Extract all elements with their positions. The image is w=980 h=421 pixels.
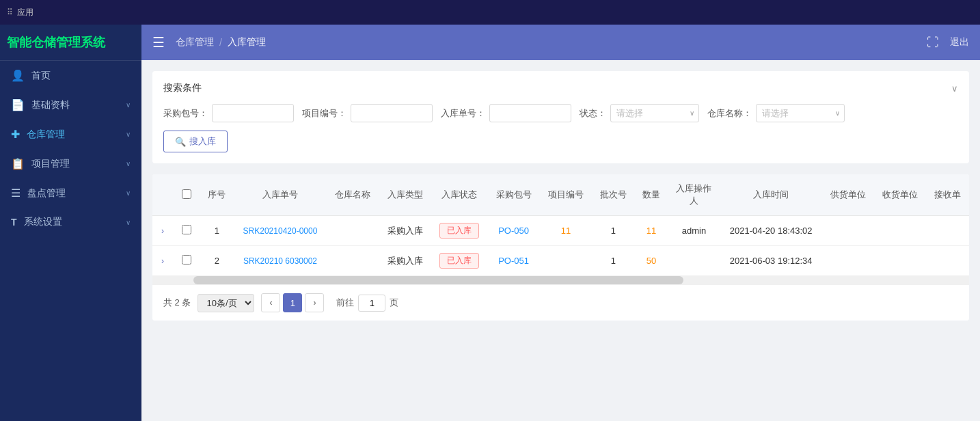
warehouse-field: 仓库名称： 请选择 ∨ bbox=[707, 104, 845, 122]
col-receipt-no: 入库单号 bbox=[234, 174, 327, 216]
row-status-1: 已入库 bbox=[431, 246, 488, 276]
col-qty: 数量 bbox=[635, 174, 668, 216]
expand-btn-1[interactable]: › bbox=[161, 256, 164, 266]
row-check-1[interactable] bbox=[182, 255, 191, 264]
goto-input[interactable] bbox=[358, 295, 385, 312]
table-row: › 2 SRK20210 6030002 采购入库 已入库 PO-051 1 5… bbox=[152, 246, 969, 276]
purchase-no-label: 采购包号： bbox=[163, 107, 208, 120]
data-table: 序号 入库单号 仓库名称 入库类型 入库状态 采购包号 项目编号 批次号 数量 … bbox=[152, 174, 969, 276]
row-batch-no-0: 1 bbox=[592, 216, 635, 246]
menu-toggle-icon[interactable]: ☰ bbox=[152, 34, 165, 51]
table-scrollbar[interactable] bbox=[152, 276, 969, 284]
status-select-wrapper[interactable]: 请选择 ∨ bbox=[610, 104, 699, 122]
col-checkbox bbox=[173, 174, 200, 216]
sidebar-item-project[interactable]: 📋 项目管理 ∨ bbox=[0, 149, 141, 178]
purchase-no-input[interactable] bbox=[212, 104, 294, 122]
warehouse-icon: ✚ bbox=[11, 128, 20, 141]
search-title: 搜索条件 bbox=[163, 82, 202, 94]
goto-prefix: 前往 bbox=[336, 297, 354, 309]
row-check-0[interactable] bbox=[182, 225, 191, 234]
status-select[interactable]: 请选择 bbox=[611, 105, 685, 122]
row-type-1: 采购入库 bbox=[379, 246, 431, 276]
breadcrumb: 仓库管理 / 入库管理 bbox=[176, 36, 266, 49]
settings-icon: T bbox=[11, 217, 17, 228]
search-magnifier-icon: 🔍 bbox=[175, 137, 186, 147]
row-checkbox-1 bbox=[173, 246, 200, 276]
select-all-checkbox[interactable] bbox=[182, 189, 191, 199]
search-title-row: 搜索条件 ∨ bbox=[163, 82, 958, 94]
col-batch-no: 批次号 bbox=[592, 174, 635, 216]
grid-icon: ⠿ bbox=[7, 8, 13, 17]
status-select-arrow-icon: ∨ bbox=[685, 109, 698, 117]
row-type-0: 采购入库 bbox=[379, 216, 431, 246]
project-no-field: 项目编号： bbox=[302, 104, 433, 122]
row-warehouse-0 bbox=[327, 216, 379, 246]
project-icon: 📋 bbox=[11, 157, 25, 170]
home-icon: 👤 bbox=[11, 69, 25, 82]
search-button[interactable]: 🔍 搜入库 bbox=[163, 131, 228, 152]
col-index: 序号 bbox=[200, 174, 234, 216]
col-supplier: 供货单位 bbox=[822, 174, 874, 216]
page-size-select[interactable]: 10条/页 20条/页 50条/页 bbox=[198, 294, 254, 312]
col-warehouse: 仓库名称 bbox=[327, 174, 379, 216]
breadcrumb-current: 入库管理 bbox=[228, 36, 266, 49]
sidebar-item-settings[interactable]: T 系统设置 ∨ bbox=[0, 208, 141, 236]
col-purchase-no: 采购包号 bbox=[487, 174, 539, 216]
sidebar-item-home[interactable]: 👤 首页 bbox=[0, 61, 141, 90]
row-purchase-no-1: PO-051 bbox=[487, 246, 539, 276]
pagination-bar: 共 2 条 10条/页 20条/页 50条/页 ‹ 1 › 前往 页 bbox=[152, 284, 969, 321]
expand-btn-0[interactable]: › bbox=[161, 226, 164, 236]
row-project-no-0: 11 bbox=[540, 216, 592, 246]
row-expand-0[interactable]: › bbox=[152, 216, 173, 246]
row-expand-1[interactable]: › bbox=[152, 246, 173, 276]
table-section: 序号 入库单号 仓库名称 入库类型 入库状态 采购包号 项目编号 批次号 数量 … bbox=[152, 174, 969, 321]
content-area: ☰ 仓库管理 / 入库管理 ⛶ 退出 搜索条件 ∨ 采购包号： bbox=[141, 25, 980, 421]
purchase-no-field: 采购包号： bbox=[163, 104, 294, 122]
col-operator: 入库操作人 bbox=[668, 174, 720, 216]
row-in-time-0: 2021-04-20 18:43:02 bbox=[720, 216, 822, 246]
row-purchase-no-0: PO-050 bbox=[487, 216, 539, 246]
receipt-no-label: 入库单号： bbox=[441, 107, 485, 120]
settings-arrow-icon: ∨ bbox=[126, 219, 131, 226]
row-receiver-1 bbox=[874, 246, 926, 276]
top-bar-label: 应用 bbox=[17, 7, 33, 18]
page-goto: 前往 页 bbox=[336, 295, 398, 312]
row-receipt-no-1: SRK20210 6030002 bbox=[234, 246, 327, 276]
col-in-time: 入库时间 bbox=[720, 174, 822, 216]
col-receipt-doc: 接收单 bbox=[926, 174, 969, 216]
table-scrollbar-thumb bbox=[193, 276, 683, 284]
receipt-no-input[interactable] bbox=[489, 104, 571, 122]
sidebar-logo: 智能仓储管理系统 bbox=[0, 25, 141, 61]
sidebar: 智能仓储管理系统 👤 首页 📄 基础资料 ∨ ✚ 仓库管理 ∨ 📋 项目管理 ∨ bbox=[0, 25, 141, 421]
page-content: 搜索条件 ∨ 采购包号： 项目编号： 入库单号： bbox=[141, 60, 980, 421]
prev-page-button[interactable]: ‹ bbox=[261, 293, 280, 312]
row-index-0: 1 bbox=[200, 216, 234, 246]
row-qty-0: 11 bbox=[635, 216, 668, 246]
col-type: 入库类型 bbox=[379, 174, 431, 216]
project-no-input[interactable] bbox=[351, 104, 433, 122]
warehouse-select-arrow-icon: ∨ bbox=[831, 109, 844, 117]
row-batch-no-1: 1 bbox=[592, 246, 635, 276]
col-status: 入库状态 bbox=[431, 174, 488, 216]
search-section: 搜索条件 ∨ 采购包号： 项目编号： 入库单号： bbox=[152, 71, 969, 163]
goto-suffix: 页 bbox=[390, 297, 398, 309]
sidebar-item-inventory[interactable]: ☰ 盘点管理 ∨ bbox=[0, 178, 141, 208]
logout-button[interactable]: 退出 bbox=[950, 36, 969, 49]
sidebar-item-basic[interactable]: 📄 基础资料 ∨ bbox=[0, 90, 141, 120]
table-body: › 1 SRK20210420-0000 采购入库 已入库 PO-050 11 … bbox=[152, 216, 969, 276]
col-project-no: 项目编号 bbox=[540, 174, 592, 216]
table-row: › 1 SRK20210420-0000 采购入库 已入库 PO-050 11 … bbox=[152, 216, 969, 246]
collapse-icon[interactable]: ∨ bbox=[951, 83, 958, 94]
warehouse-select-wrapper[interactable]: 请选择 ∨ bbox=[756, 104, 845, 122]
row-checkbox-0 bbox=[173, 216, 200, 246]
header-right: ⛶ 退出 bbox=[927, 36, 969, 50]
fullscreen-button[interactable]: ⛶ bbox=[927, 36, 939, 50]
row-operator-1 bbox=[668, 246, 720, 276]
warehouse-select[interactable]: 请选择 bbox=[757, 105, 831, 122]
basic-arrow-icon: ∨ bbox=[126, 101, 131, 109]
row-supplier-0 bbox=[822, 216, 874, 246]
sidebar-item-warehouse[interactable]: ✚ 仓库管理 ∨ bbox=[0, 120, 141, 149]
row-operator-0: admin bbox=[668, 216, 720, 246]
next-page-button[interactable]: › bbox=[305, 293, 324, 312]
page-nav: ‹ 1 › bbox=[261, 293, 324, 312]
